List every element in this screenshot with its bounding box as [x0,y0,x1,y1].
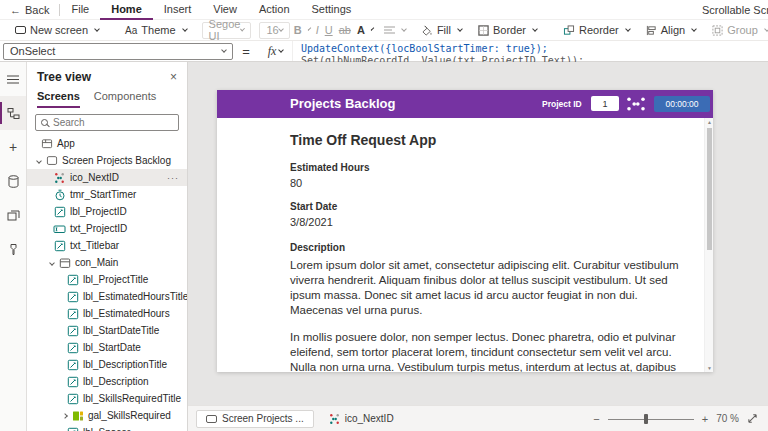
chevron-down-icon[interactable] [45,261,58,265]
tree-item-tmr_StartTimer[interactable]: tmr_StartTimer [27,186,187,203]
timer-display[interactable]: 00:00:00 [654,96,710,112]
close-icon[interactable]: × [170,70,177,84]
fill-button[interactable]: Fill [415,20,469,40]
app-page[interactable]: Projects Backlog Project ID 00:00:00 Tim… [217,90,713,372]
formula-bar: OnSelect = fx UpdateContext({locBoolStar… [0,41,768,62]
menu-item-file[interactable]: File [60,0,100,20]
tab-components[interactable]: Components [94,90,156,108]
tree-item-Screen Projects Backlog[interactable]: Screen Projects Backlog [27,152,187,169]
search-input[interactable] [53,117,173,128]
font-size-select[interactable]: 16 [259,22,289,39]
underline-button[interactable]: U [323,20,335,40]
screen-tab-ico_NextID[interactable]: ico_NextID [320,410,403,428]
field-label: Start Date [290,201,685,212]
menu-item-action[interactable]: Action [248,0,301,20]
screen-icon [45,155,58,166]
bold-button[interactable]: B [292,20,312,40]
scroll-up-icon[interactable]: ▲ [705,119,713,125]
font-color-button[interactable]: A [355,20,375,40]
format-toolbar: New screen Aa Theme Segoe UI 16 B I U ab… [0,20,768,41]
field-value: 80 [290,177,685,189]
back-button[interactable]: ← Back [0,4,59,16]
menu-item-home[interactable]: Home [100,0,153,20]
screen-tab-Screen Projects ...[interactable]: Screen Projects ... [196,410,314,428]
tree-item-gal_SkillsRequired[interactable]: gal_SkillsRequired [27,407,187,424]
screen-icon [206,415,217,423]
label-icon [66,325,79,337]
scrollbar-thumb[interactable] [707,128,712,250]
scroll-down-icon[interactable]: ▼ [705,365,713,371]
description-paragraph-1: Lorem ipsum dolor sit amet, consectetur … [290,258,687,318]
formula-input[interactable]: UpdateContext({locBoolStartTimer: true})… [293,41,768,62]
label-icon [66,342,79,354]
tree-item-ico_NextID[interactable]: ico_NextID··· [27,169,187,186]
tree-item-txt_ProjectID[interactable]: txt_ProjectID [27,220,187,237]
reorder-button[interactable]: Reorder [556,20,637,40]
border-icon [478,25,489,36]
tab-screens[interactable]: Screens [37,90,80,108]
advanced-tools-rail-button[interactable] [0,232,26,266]
chevron-down-icon[interactable] [32,159,45,163]
chevron-down-icon [307,27,311,31]
insert-rail-button[interactable]: + [0,130,26,164]
tree-item-lbl_DescriptionTitle[interactable]: lbl_DescriptionTitle [27,356,187,373]
tree-item-lbl_Spacer[interactable]: lbl_Spacer [27,424,187,431]
gallery-icon [71,410,84,422]
screen-tab-label: ico_NextID [345,413,394,424]
tree-item-label: tmr_StartTimer [70,189,136,200]
zoom-slider-handle[interactable] [644,414,648,424]
hamburger-menu-button[interactable] [0,62,26,96]
tree-item-label: lbl_StartDateTitle [83,325,159,336]
fx-button[interactable]: fx [259,41,293,61]
description-paragraph-2: In mollis posuere dolor, non semper lect… [290,330,687,372]
tree-item-lbl_EstimatedHoursTitle[interactable]: lbl_EstimatedHoursTitle [27,288,187,305]
align-button[interactable]: Align [639,20,703,40]
zoom-out-button[interactable]: − [593,413,599,425]
formula-line-1: UpdateContext({locBoolStartTimer: true})… [301,43,768,55]
strikethrough-button[interactable]: ab [337,20,353,40]
theme-icon: Aa [125,25,137,36]
more-options-button[interactable]: ··· [167,173,187,183]
chevron-down-icon [371,27,375,31]
group-button[interactable]: Group [705,20,768,40]
project-id-input[interactable] [591,96,619,111]
menu-item-view[interactable]: View [202,0,248,20]
next-id-icon[interactable] [625,96,647,116]
tree-item-txt_Titlebar[interactable]: txt_Titlebar [27,237,187,254]
chevron-right-icon[interactable] [58,414,71,418]
new-screen-button[interactable]: New screen [8,20,106,40]
italic-button[interactable]: I [314,20,321,40]
tree-item-App[interactable]: App [27,135,187,152]
tree-item-lbl_StartDate[interactable]: lbl_StartDate [27,339,187,356]
app-icon [40,138,53,149]
chevron-down-icon [278,47,284,53]
app-title: Projects Backlog [290,96,396,111]
search-box[interactable] [35,114,179,131]
page-scrollbar[interactable]: ▲ ▼ [704,118,713,372]
app-title-bar[interactable]: Projects Backlog Project ID 00:00:00 [217,90,713,118]
tree-item-lbl_ProjectTitle[interactable]: lbl_ProjectTitle [27,271,187,288]
tree-item-lbl_StartDateTitle[interactable]: lbl_StartDateTitle [27,322,187,339]
theme-button[interactable]: Aa Theme [118,20,193,40]
zoom-in-button[interactable]: + [702,413,708,425]
fit-to-window-button[interactable] [747,413,758,424]
tree-item-lbl_EstimatedHours[interactable]: lbl_EstimatedHours [27,305,187,322]
tree-item-lbl_SkillsRequiredTitle[interactable]: lbl_SkillsRequiredTitle [27,390,187,407]
label-icon [53,206,66,218]
zoom-slider[interactable] [608,414,694,424]
left-rail: + [0,62,27,431]
media-rail-button[interactable] [0,198,26,232]
menu-item-settings[interactable]: Settings [301,0,363,20]
tree-item-lbl_ProjectID[interactable]: lbl_ProjectID [27,203,187,220]
border-button[interactable]: Border [471,20,544,40]
property-select[interactable]: OnSelect [3,43,233,60]
tree-item-label: App [57,138,75,149]
font-family-select[interactable]: Segoe UI [202,22,252,39]
menu-item-insert[interactable]: Insert [153,0,203,20]
tree-view-rail-button[interactable] [0,96,26,130]
data-rail-button[interactable] [0,164,26,198]
tree-item-lbl_Description[interactable]: lbl_Description [27,373,187,390]
text-align-button[interactable] [377,20,413,40]
tree-item-con_Main[interactable]: con_Main [27,254,187,271]
zoom-level[interactable]: 70 % [716,413,739,424]
